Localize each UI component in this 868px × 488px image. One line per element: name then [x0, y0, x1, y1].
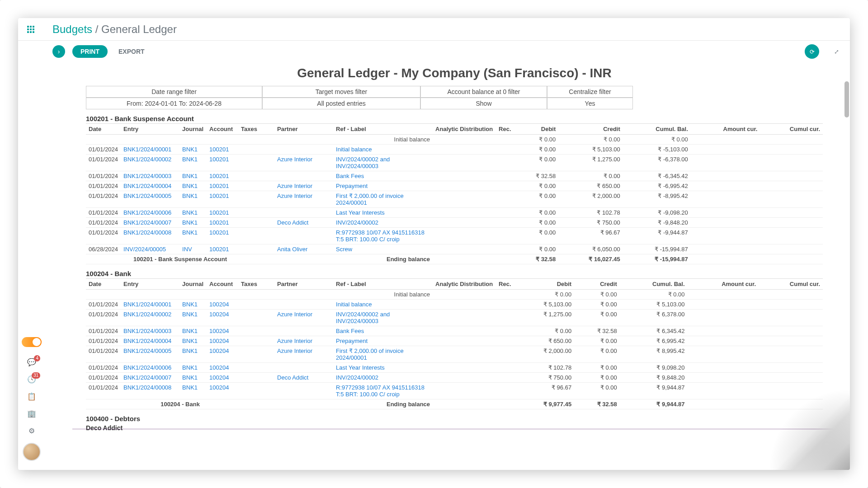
partner-link[interactable]: Deco Addict [277, 374, 308, 381]
partner-link[interactable]: Azure Interior [277, 347, 312, 354]
journal-link[interactable]: BNK1 [182, 364, 198, 371]
entry-link[interactable]: BNK1/2024/00003 [123, 173, 171, 179]
account-link[interactable]: 100204 [209, 328, 229, 334]
journal-link[interactable]: BNK1 [182, 229, 198, 236]
account-link[interactable]: 100204 [209, 374, 229, 381]
breadcrumb-parent[interactable]: Budgets [52, 23, 92, 35]
entry-link[interactable]: BNK1/2024/00002 [123, 156, 171, 163]
print-button[interactable]: PRINT [72, 45, 108, 58]
company-icon[interactable]: 🏢 [27, 408, 37, 418]
gear-icon[interactable]: ⚙ [27, 426, 37, 436]
export-button[interactable]: EXPORT [112, 45, 151, 58]
ref-link[interactable]: Prepayment [336, 183, 368, 189]
ref-link[interactable]: Last Year Interests [336, 364, 385, 371]
avatar[interactable] [23, 443, 41, 461]
account-link[interactable]: 100201 [209, 209, 229, 216]
report-scroll[interactable]: General Ledger - My Company (San Francis… [45, 61, 850, 470]
filter-central-value: Yes [547, 98, 633, 109]
entry-link[interactable]: BNK1/2024/00005 [123, 192, 171, 199]
ref-link[interactable]: Initial balance [336, 301, 372, 308]
account-link[interactable]: 100201 [209, 229, 229, 236]
entry-link[interactable]: BNK1/2024/00008 [123, 384, 171, 391]
entry-link[interactable]: BNK1/2024/00008 [123, 229, 171, 236]
account-link[interactable]: 100201 [209, 173, 229, 179]
account-link[interactable]: 100201 [209, 246, 229, 253]
refresh-icon[interactable]: ⟳ [805, 44, 819, 59]
ref-link[interactable]: R:9772938 10/07 AX 9415116318 T:5 BRT: 1… [336, 229, 425, 243]
journal-link[interactable]: BNK1 [182, 173, 198, 179]
breadcrumb: Budgets / General Ledger [52, 23, 177, 36]
account-link[interactable]: 100201 [209, 156, 229, 163]
filter-central-header: Centralize filter [547, 86, 633, 98]
scrollbar-thumb[interactable] [844, 81, 849, 117]
expand-icon[interactable]: ⤢ [830, 45, 843, 58]
journal-link[interactable]: BNK1 [182, 301, 198, 308]
ref-link[interactable]: First ₹ 2,000.00 of invoice 2024/00001 [336, 347, 404, 361]
entry-link[interactable]: BNK1/2024/00001 [123, 301, 171, 308]
journal-link[interactable]: BNK1 [182, 347, 198, 354]
entry-link[interactable]: BNK1/2024/00004 [123, 183, 171, 189]
account-link[interactable]: 100204 [209, 347, 229, 354]
entry-link[interactable]: BNK1/2024/00005 [123, 347, 171, 354]
ref-link[interactable]: INV/2024/00002 and INV/2024/00003 [336, 311, 390, 324]
account-link[interactable]: 100204 [209, 384, 229, 391]
partner-link[interactable]: Azure Interior [277, 192, 312, 199]
ref-link[interactable]: INV/2024/00002 [336, 374, 378, 381]
account-link[interactable]: 100204 [209, 338, 229, 344]
journal-link[interactable]: BNK1 [182, 219, 198, 226]
ref-link[interactable]: Bank Fees [336, 328, 364, 334]
entry-link[interactable]: BNK1/2024/00004 [123, 338, 171, 344]
entry-link[interactable]: BNK1/2024/00007 [123, 374, 171, 381]
messages-icon[interactable]: 💬4 [27, 357, 37, 367]
journal-link[interactable]: BNK1 [182, 192, 198, 199]
activities-icon[interactable]: 🕓31 [27, 374, 37, 384]
journal-link[interactable]: BNK1 [182, 146, 198, 153]
entry-link[interactable]: INV/2024/00005 [123, 246, 166, 253]
account-link[interactable]: 100204 [209, 364, 229, 371]
journal-link[interactable]: BNK1 [182, 374, 198, 381]
account-link[interactable]: 100201 [209, 183, 229, 189]
journal-link[interactable]: BNK1 [182, 328, 198, 334]
account-link[interactable]: 100204 [209, 301, 229, 308]
ref-link[interactable]: Last Year Interests [336, 209, 385, 216]
entry-link[interactable]: BNK1/2024/00006 [123, 364, 171, 371]
clipboard-icon[interactable]: 📋 [27, 391, 37, 401]
ref-link[interactable]: Initial balance [336, 146, 372, 153]
journal-link[interactable]: BNK1 [182, 338, 198, 344]
ledger-row: 01/01/2024BNK1/2024/00001BNK1100201Initi… [86, 145, 823, 155]
panel-collapse-icon[interactable]: › [52, 45, 65, 58]
journal-link[interactable]: BNK1 [182, 156, 198, 163]
partner-link[interactable]: Azure Interior [277, 311, 312, 318]
journal-link[interactable]: BNK1 [182, 183, 198, 189]
ref-link[interactable]: INV/2024/00002 [336, 219, 378, 226]
ref-link[interactable]: R:9772938 10/07 AX 9415116318 T:5 BRT: 1… [336, 384, 425, 398]
account-link[interactable]: 100201 [209, 219, 229, 226]
entry-link[interactable]: BNK1/2024/00001 [123, 146, 171, 153]
ref-link[interactable]: Screw [336, 246, 352, 253]
partner-link[interactable]: Azure Interior [277, 156, 312, 163]
partner-link[interactable]: Azure Interior [277, 183, 312, 189]
entry-link[interactable]: BNK1/2024/00003 [123, 328, 171, 334]
journal-link[interactable]: INV [182, 246, 192, 253]
ledger-row: 01/01/2024BNK1/2024/00008BNK1100201R:977… [86, 228, 823, 244]
filter-moves-header: Target moves filter [262, 86, 420, 98]
partner-link[interactable]: Azure Interior [277, 338, 312, 344]
entry-link[interactable]: BNK1/2024/00002 [123, 311, 171, 318]
ref-link[interactable]: Prepayment [336, 338, 368, 344]
account-link[interactable]: 100201 [209, 192, 229, 199]
partner-link[interactable]: Deco Addict [277, 219, 308, 226]
theme-toggle[interactable] [22, 337, 42, 347]
ref-link[interactable]: INV/2024/00002 and INV/2024/00003 [336, 156, 390, 169]
partner-link[interactable]: Anita Oliver [277, 246, 307, 253]
journal-link[interactable]: BNK1 [182, 209, 198, 216]
ledger-row: 01/01/2024BNK1/2024/00005BNK1100204Azure… [86, 346, 823, 363]
ref-link[interactable]: First ₹ 2,000.00 of invoice 2024/00001 [336, 192, 404, 206]
ref-link[interactable]: Bank Fees [336, 173, 364, 179]
account-link[interactable]: 100201 [209, 146, 229, 153]
account-link[interactable]: 100204 [209, 311, 229, 318]
apps-icon[interactable] [27, 26, 34, 33]
entry-link[interactable]: BNK1/2024/00007 [123, 219, 171, 226]
journal-link[interactable]: BNK1 [182, 384, 198, 391]
entry-link[interactable]: BNK1/2024/00006 [123, 209, 171, 216]
journal-link[interactable]: BNK1 [182, 311, 198, 318]
